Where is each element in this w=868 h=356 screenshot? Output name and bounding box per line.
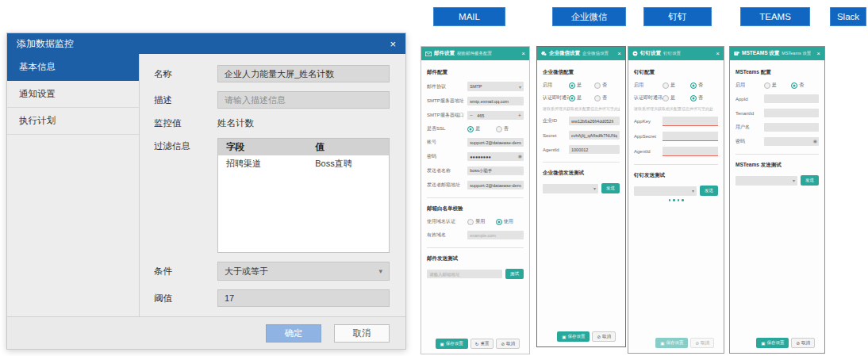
wecom-enable-no-label: 否 <box>602 82 607 89</box>
ding-test-select[interactable]: ▾ <box>634 186 697 196</box>
ding-auth-yes-label: 是 <box>670 94 675 101</box>
cancel-label: 取消 <box>801 340 810 346</box>
ding-send-button[interactable]: 发送 <box>700 186 718 196</box>
mail-panel-subtitle: 校验邮件服务配置 <box>457 51 492 56</box>
teams-enable-yes-radio[interactable]: 是 <box>764 82 792 89</box>
cancel-button[interactable]: ⊘ 取消 <box>791 338 815 348</box>
mail-test-input[interactable] <box>427 270 502 278</box>
mail-test-row: 测试 <box>427 269 524 279</box>
ding-auth-yes-radio[interactable]: 是 <box>663 94 690 101</box>
ssl-yes-radio[interactable]: 是 <box>467 125 495 132</box>
sender-mail-input[interactable] <box>467 181 524 189</box>
table-row[interactable]: 招聘渠道 Boss直聘 <box>218 155 389 172</box>
wecom-test-select[interactable]: ▾ <box>543 184 598 193</box>
eye-icon[interactable]: ◉ <box>518 154 522 159</box>
save-settings-button[interactable]: ▣ 保存设置 <box>756 338 789 348</box>
reset-button[interactable]: ↻ 重置 <box>470 339 494 349</box>
corpid-input[interactable] <box>569 117 620 125</box>
dingtalk-icon <box>632 51 638 56</box>
close-icon[interactable]: × <box>617 50 621 57</box>
wecom-enable-no-radio[interactable]: 否 <box>594 82 620 89</box>
cancel-button[interactable]: ⊘ 取消 <box>496 339 520 349</box>
save-settings-button[interactable]: ▣ 保存设置 <box>655 338 688 348</box>
description-row: 描述 <box>154 91 390 109</box>
teams-send-button[interactable]: 发送 <box>801 175 819 186</box>
tab-execution-plan[interactable]: 执行计划 <box>7 108 139 135</box>
mail-account-label: 账号 <box>427 139 467 146</box>
radio-icon <box>663 82 669 89</box>
wecom-agentid-input[interactable] <box>569 145 620 154</box>
cancel-button[interactable]: 取消 <box>334 324 390 343</box>
ding-agentid-input[interactable] <box>663 147 718 156</box>
teams-appid-input[interactable] <box>764 94 819 103</box>
ding-enable-no-label: 否 <box>698 82 703 89</box>
description-input[interactable] <box>217 91 390 109</box>
close-icon[interactable]: × <box>390 38 396 50</box>
close-icon[interactable]: × <box>816 50 820 57</box>
close-icon[interactable]: × <box>716 50 720 57</box>
channel-tab-mail[interactable]: MAIL <box>433 7 505 26</box>
close-icon[interactable]: × <box>521 50 525 57</box>
teams-username-input[interactable] <box>764 123 819 132</box>
valid-domain-input[interactable] <box>467 231 524 239</box>
sender-name-input[interactable] <box>467 167 524 175</box>
screen: 添加数据监控 × 基本信息 通知设置 执行计划 名称 描述 监控值 <box>0 0 868 356</box>
teams-settings-panel: T MSTEAMS 设置 MSTeams 设置 × MSTeams 配置 启用 … <box>729 46 825 354</box>
channel-tab-wecom[interactable]: 企业微信 <box>552 7 626 26</box>
wecom-send-button[interactable]: 发送 <box>601 183 620 193</box>
mail-test-button[interactable]: 测试 <box>505 269 524 279</box>
verify-off-radio[interactable]: 禁用 <box>467 218 495 225</box>
divider <box>735 154 819 155</box>
smtp-port-stepper[interactable]: − 465 + <box>467 111 524 120</box>
appsecret-input[interactable] <box>663 132 718 141</box>
teams-icon: T <box>734 51 739 56</box>
add-monitor-dialog: 添加数据监控 × 基本信息 通知设置 执行计划 名称 描述 监控值 <box>6 33 406 350</box>
radio-selected-icon <box>569 82 575 89</box>
cancel-button[interactable]: ⊘ 取消 <box>592 331 616 342</box>
ssl-no-label: 否 <box>504 125 509 132</box>
cancel-button[interactable]: ⊘ 取消 <box>690 338 714 348</box>
save-settings-button[interactable]: ▣ 保存设置 <box>557 331 590 342</box>
mail-account-input[interactable] <box>467 138 524 147</box>
tab-basic-info[interactable]: 基本信息 <box>7 54 139 81</box>
ding-auth-no-radio[interactable]: 否 <box>690 94 718 101</box>
mail-protocol-row: 邮件协议 SMTP ▾ <box>427 82 524 91</box>
ding-enable-yes-radio[interactable]: 是 <box>663 82 690 89</box>
wecom-settings-panel: 企业微信设置 企业微信设置 × 企业微信配置 启用 是 否 认证即时通讯 <box>536 46 626 347</box>
mail-protocol-select[interactable]: SMTP ▾ <box>467 82 524 91</box>
wecom-auth-row: 认证即时通讯 是 否 <box>543 94 620 101</box>
teams-enable-no-radio[interactable]: 否 <box>791 82 819 89</box>
plus-icon[interactable]: + <box>516 113 524 118</box>
tab-notify-settings[interactable]: 通知设置 <box>7 81 139 108</box>
mail-password-input[interactable] <box>467 152 524 161</box>
wecom-auth-no-radio[interactable]: 否 <box>594 94 620 101</box>
teams-password-input[interactable] <box>764 137 819 146</box>
ding-enable-no-radio[interactable]: 否 <box>690 82 718 89</box>
wecom-enable-yes-radio[interactable]: 是 <box>569 82 594 89</box>
save-settings-button[interactable]: ▣ 保存设置 <box>436 339 468 349</box>
channel-tab-dingtalk[interactable]: 钉钉 <box>643 7 712 26</box>
wecom-secret-input[interactable] <box>569 131 620 140</box>
eye-icon[interactable]: ◉ <box>813 139 817 144</box>
wecom-auth-yes-radio[interactable]: 是 <box>569 94 594 101</box>
minus-icon[interactable]: − <box>467 113 475 118</box>
dingtalk-panel-subtitle: 钉钉设置 <box>663 51 681 56</box>
teams-tenantid-input[interactable] <box>764 109 819 117</box>
mail-panel-footer: ▣ 保存设置 ↻ 重置 ⊘ 取消 <box>427 335 524 354</box>
threshold-input[interactable] <box>217 289 390 307</box>
appkey-input[interactable] <box>663 117 718 126</box>
channel-tab-slack[interactable]: Slack <box>830 7 866 26</box>
condition-value: 大于或等于 <box>225 266 268 278</box>
save-icon: ▣ <box>562 335 566 339</box>
condition-select[interactable]: 大于或等于 ▾ <box>217 262 390 281</box>
ok-button[interactable]: 确定 <box>266 324 321 343</box>
ssl-no-radio[interactable]: 否 <box>496 125 524 132</box>
name-input[interactable] <box>217 65 390 82</box>
teams-config-section-title: MSTeams 配置 <box>735 69 819 76</box>
mail-protocol-value: SMTP <box>470 84 482 89</box>
verify-on-radio[interactable]: 使用 <box>496 218 524 225</box>
channel-tab-teams[interactable]: TEAMS <box>740 7 810 26</box>
radio-selected-icon <box>569 95 575 101</box>
teams-test-select[interactable]: ▾ <box>735 176 797 186</box>
smtp-host-input[interactable] <box>467 97 524 105</box>
